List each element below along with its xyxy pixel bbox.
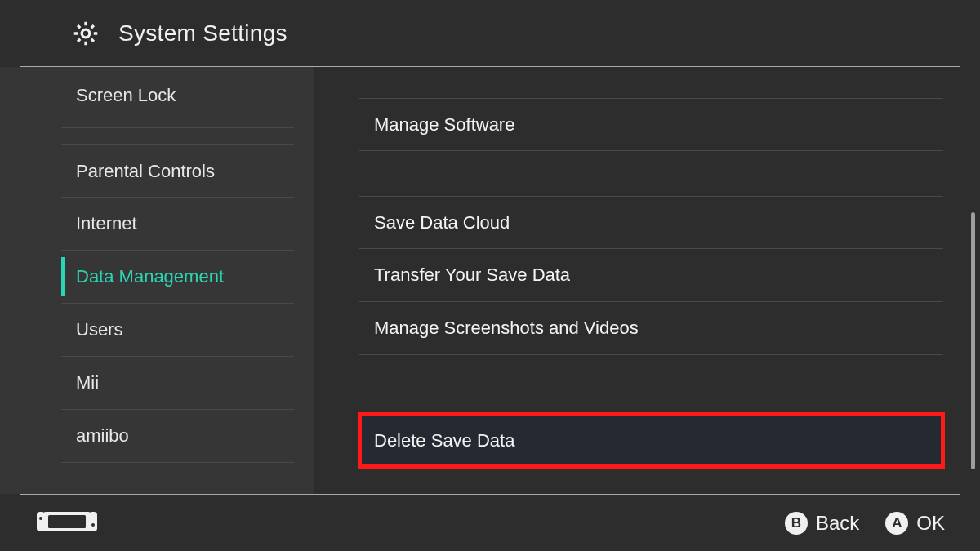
- svg-point-0: [82, 29, 90, 38]
- sidebar: Screen Lock Parental Controls Internet D…: [0, 67, 314, 494]
- main-panel: Manage Software Save Data Cloud Transfer…: [314, 67, 980, 494]
- option-save-data-cloud[interactable]: Save Data Cloud: [359, 196, 943, 249]
- svg-rect-4: [48, 515, 86, 528]
- sidebar-item-label: Internet: [76, 213, 137, 234]
- ok-button[interactable]: A OK: [885, 512, 945, 535]
- sidebar-item-screen-lock[interactable]: Screen Lock: [61, 67, 294, 128]
- ok-label: OK: [916, 512, 945, 535]
- page-title: System Settings: [118, 20, 287, 47]
- option-manage-screenshots-videos[interactable]: Manage Screenshots and Videos: [359, 302, 943, 355]
- svg-point-6: [91, 523, 95, 527]
- sidebar-item-parental-controls[interactable]: Parental Controls: [61, 144, 294, 198]
- option-label: Manage Software: [374, 114, 514, 136]
- sidebar-item-mii[interactable]: Mii: [61, 357, 294, 410]
- option-label: Manage Screenshots and Videos: [374, 318, 639, 339]
- option-label: Transfer Your Save Data: [374, 264, 570, 286]
- sidebar-item-label: Screen Lock: [76, 85, 176, 106]
- sidebar-item-label: Parental Controls: [76, 161, 215, 182]
- settings-gear-icon: [71, 19, 100, 48]
- option-delete-save-data[interactable]: Delete Save Data: [359, 414, 943, 467]
- option-transfer-save-data[interactable]: Transfer Your Save Data: [359, 249, 943, 302]
- main-spacer: [359, 355, 943, 414]
- sidebar-item-amiibo[interactable]: amiibo: [61, 410, 294, 463]
- sidebar-item-label: Mii: [76, 372, 99, 393]
- sidebar-item-data-management[interactable]: Data Management: [61, 251, 294, 304]
- option-label: Save Data Cloud: [374, 212, 510, 233]
- body: Screen Lock Parental Controls Internet D…: [0, 67, 980, 494]
- option-manage-software[interactable]: Manage Software: [359, 98, 943, 151]
- a-button-icon: A: [885, 512, 908, 535]
- header: System Settings: [20, 0, 960, 67]
- footer-buttons: B Back A OK: [785, 512, 945, 535]
- sidebar-item-label: amiibo: [76, 425, 129, 447]
- sidebar-item-internet[interactable]: Internet: [61, 198, 294, 251]
- scrollbar-thumb[interactable]: [971, 212, 975, 469]
- back-button[interactable]: B Back: [785, 512, 859, 535]
- sidebar-item-label: Data Management: [76, 266, 224, 287]
- sidebar-item-label: Users: [76, 319, 122, 340]
- controller-icon[interactable]: [35, 507, 99, 540]
- main-top-gap: [359, 67, 943, 98]
- svg-rect-2: [37, 512, 45, 531]
- main-spacer: [359, 151, 943, 196]
- footer: B Back A OK: [20, 494, 960, 551]
- svg-point-5: [39, 517, 42, 520]
- b-button-icon: B: [785, 512, 808, 535]
- sidebar-gap: [61, 128, 294, 144]
- back-label: Back: [816, 512, 859, 535]
- sidebar-item-users[interactable]: Users: [61, 304, 294, 357]
- option-label: Delete Save Data: [374, 430, 514, 451]
- svg-rect-3: [89, 512, 97, 531]
